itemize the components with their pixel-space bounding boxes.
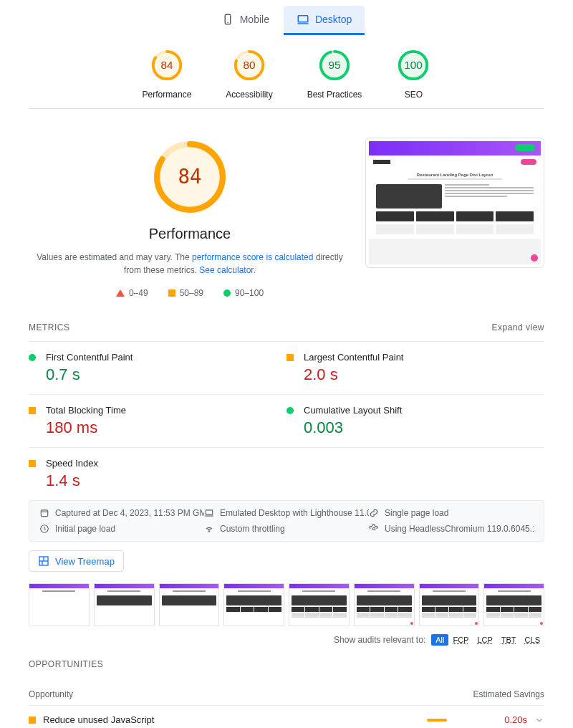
metric-first-contentful-paint: First Contentful Paint 0.7 s bbox=[29, 341, 286, 394]
gear-icon bbox=[369, 524, 379, 534]
audit-filter-row: Show audits relevant to: AllFCPLCPTBTCLS bbox=[0, 626, 573, 645]
hero-score: 84 bbox=[178, 165, 201, 188]
opp-col-savings: Estimated Savings bbox=[473, 689, 544, 699]
laptop-icon bbox=[204, 508, 214, 518]
circle-icon bbox=[29, 354, 36, 361]
svg-text:84: 84 bbox=[160, 59, 173, 71]
gauge-seo[interactable]: 100 SEO bbox=[396, 48, 430, 100]
filmstrip-frame[interactable] bbox=[419, 583, 480, 626]
filter-label: Show audits relevant to: bbox=[334, 635, 425, 645]
gauge-accessibility[interactable]: 80 Accessibility bbox=[226, 48, 272, 100]
page-screenshot: Restaurant Landing Page Divi Layout bbox=[365, 138, 544, 268]
svg-point-29 bbox=[372, 527, 375, 530]
tab-mobile[interactable]: Mobile bbox=[208, 6, 282, 35]
svg-rect-2 bbox=[298, 16, 308, 22]
svg-text:80: 80 bbox=[243, 59, 255, 71]
gauge-best-practices[interactable]: 95 Best Practices bbox=[307, 48, 362, 100]
chevron-down-icon[interactable] bbox=[534, 715, 544, 725]
metric-largest-contentful-paint: Largest Contentful Paint 2.0 s bbox=[286, 341, 544, 394]
circle-icon bbox=[286, 407, 294, 414]
metrics-header: METRICS bbox=[29, 322, 70, 332]
tab-desktop[interactable]: Desktop bbox=[284, 6, 365, 35]
device-tabs: Mobile Desktop bbox=[0, 0, 573, 35]
svg-rect-23 bbox=[41, 510, 47, 517]
filmstrip-frame[interactable] bbox=[29, 583, 90, 626]
circle-icon bbox=[223, 289, 231, 297]
square-icon bbox=[29, 460, 36, 467]
filmstrip-frame[interactable] bbox=[483, 583, 544, 626]
filmstrip-frame[interactable] bbox=[354, 583, 415, 626]
score-legend: 0–49 50–89 90–100 bbox=[36, 288, 344, 298]
metrics-grid: First Contentful Paint 0.7 s Largest Con… bbox=[0, 332, 573, 500]
treemap-icon bbox=[38, 555, 49, 567]
triangle-icon bbox=[116, 289, 125, 297]
filmstrip bbox=[0, 572, 573, 626]
link-icon bbox=[369, 508, 379, 518]
gauges-row: 84 Performance 80 Accessibility 95 Best … bbox=[29, 35, 544, 109]
filmstrip-frame[interactable] bbox=[159, 583, 220, 626]
svg-text:100: 100 bbox=[405, 59, 423, 71]
filter-chip-lcp[interactable]: LCP bbox=[473, 634, 496, 646]
gauge-performance[interactable]: 84 Performance bbox=[143, 48, 192, 100]
opportunities-header: OPPORTUNITIES bbox=[29, 659, 103, 669]
filter-chip-cls[interactable]: CLS bbox=[521, 634, 544, 646]
square-icon bbox=[29, 407, 36, 414]
link-score-calculated[interactable]: performance score is calculated bbox=[192, 252, 313, 262]
link-see-calculator[interactable]: See calculator bbox=[199, 265, 253, 275]
filmstrip-frame[interactable] bbox=[94, 583, 155, 626]
view-treemap-button[interactable]: View Treemap bbox=[29, 550, 124, 572]
filter-chip-tbt[interactable]: TBT bbox=[497, 634, 521, 646]
square-icon bbox=[286, 354, 294, 361]
hero-title: Performance bbox=[36, 226, 344, 242]
expand-view-button[interactable]: Expand view bbox=[491, 322, 544, 332]
square-icon bbox=[168, 289, 175, 297]
hero-gauge: 84 bbox=[150, 138, 229, 216]
opp-col-opportunity: Opportunity bbox=[29, 689, 73, 699]
hero-note: Values are estimated and may vary. The p… bbox=[36, 251, 344, 277]
metric-speed-index: Speed Index 1.4 s bbox=[29, 447, 286, 500]
filmstrip-frame[interactable] bbox=[223, 583, 284, 626]
metric-cumulative-layout-shift: Cumulative Layout Shift 0.003 bbox=[286, 394, 544, 447]
tab-desktop-label: Desktop bbox=[315, 14, 352, 25]
calendar-icon bbox=[39, 508, 49, 518]
environment-box: Captured at Dec 4, 2023, 11:53 PM GMT+13… bbox=[29, 500, 544, 542]
tab-mobile-label: Mobile bbox=[240, 14, 269, 25]
svg-point-28 bbox=[208, 531, 209, 532]
square-icon bbox=[29, 717, 36, 724]
wifi-icon bbox=[204, 524, 214, 534]
clock-icon bbox=[39, 524, 49, 534]
opportunity-row[interactable]: Reduce unused JavaScript 0.20s bbox=[29, 705, 544, 728]
filter-chip-all[interactable]: All bbox=[431, 634, 448, 646]
filmstrip-frame[interactable] bbox=[289, 583, 350, 626]
svg-rect-25 bbox=[206, 510, 212, 514]
metric-total-blocking-time: Total Blocking Time 180 ms bbox=[29, 394, 286, 447]
svg-text:95: 95 bbox=[328, 59, 340, 71]
filter-chip-fcp[interactable]: FCP bbox=[448, 634, 473, 646]
